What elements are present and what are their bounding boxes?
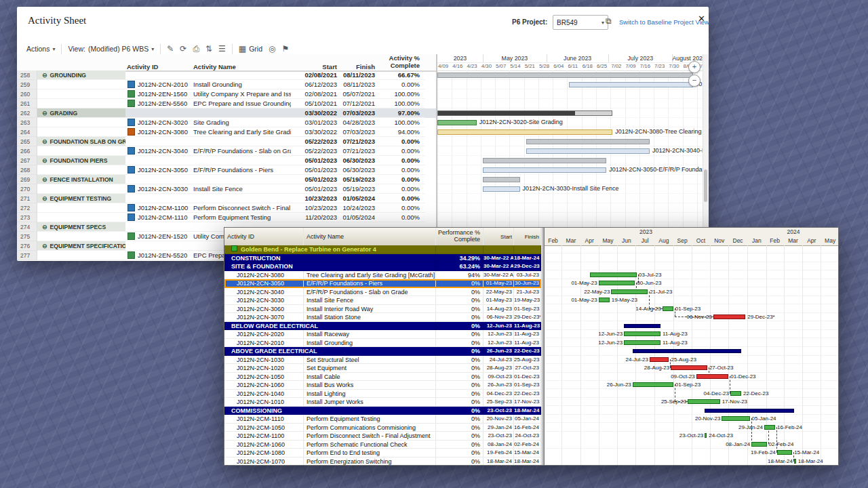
col-activity-id[interactable]: Activity ID [125,63,192,70]
target-icon[interactable]: ◎ [269,44,275,54]
close-icon[interactable]: ✕ [698,14,705,24]
gantt-bar[interactable] [764,425,775,430]
table-row[interactable]: J012N-2CN-1030Set Structural Steel0%24-J… [224,356,541,365]
table-row[interactable]: 262⊖GRADING03/30/202207/03/202397.00% [17,108,436,118]
gantt-bar[interactable] [730,391,741,396]
sort-icon[interactable]: ⇅ [205,44,212,54]
col-finish[interactable]: Finish [514,228,541,245]
zoom-out-button[interactable]: − [688,75,701,87]
table-row[interactable]: J012N-2CN-1010Install Jumper Works0%25-S… [224,398,541,407]
table-row[interactable]: J012N-2CN-3060Install Interior Road Way0… [224,305,541,314]
table-row[interactable]: CONSTRUCTION34.29%30-Mar-22 A18-Mar-24 [224,254,541,263]
gantt-bar[interactable] [437,120,477,125]
gantt-bar[interactable] [483,186,520,192]
gantt-bar[interactable] [633,349,741,353]
collapse-icon[interactable]: ⊖ [42,72,47,79]
gantt-bar[interactable] [713,314,745,319]
grid-view-button[interactable]: ▦ Grid [239,44,262,54]
table-row[interactable]: 270J012N-2CN-3030Install Site Fence05/01… [17,184,436,194]
table-row[interactable]: 261J012N-2EN-5560EPC Prepare and Issue G… [17,99,436,108]
edit-icon[interactable]: ✎ [167,44,174,54]
view-select[interactable]: View: (Modified) P6 WBS ▾ [68,45,154,53]
gantt-bar[interactable] [663,306,673,311]
col-finish[interactable]: Finish [341,63,378,70]
scrollbar-thumb[interactable] [704,169,707,202]
gantt-bar[interactable] [633,382,673,387]
gantt-bar[interactable] [483,167,606,173]
table-row[interactable]: 260J012N-2EN-1560Utility Company X Prepa… [17,89,436,99]
gantt-bar[interactable] [624,340,660,345]
col-activity-name[interactable]: Activity Name [304,228,436,245]
collapse-icon[interactable]: ⊖ [42,176,47,183]
table-row[interactable]: SITE & FOUNDATION63.24%30-Mar-22 A29-Dec… [224,262,541,271]
gantt-bar[interactable] [624,331,660,336]
gantt-bar[interactable] [483,158,606,163]
table-row[interactable]: J012N-2CN-1020Set Equipment0%28-Aug-2327… [224,364,541,373]
table-row[interactable]: Golden Bend - Replace Turbine on Generat… [224,245,541,254]
table-row[interactable]: J012N-2CN-2020Install Raceway0%12-Jun-23… [224,330,541,339]
flag-icon[interactable]: ⚑ [281,44,289,54]
project-select[interactable]: BR549 ▾ [553,15,608,30]
table-row[interactable]: J012N-2CN-3030Install Site Fence0%01-May… [224,296,541,305]
gantt-bar[interactable] [650,357,669,362]
actions-menu-button[interactable]: Actions ▾ [26,45,55,53]
gantt-bar[interactable] [705,409,794,413]
gantt-bar[interactable] [671,365,707,370]
gantt-bar[interactable] [569,82,692,87]
table-row[interactable]: J012N-2CM-1070Perform Energization Switc… [224,458,541,466]
gantt-bar[interactable] [722,416,749,421]
col-start[interactable]: Start [291,63,341,70]
refresh-icon[interactable]: ⟳ [180,44,186,54]
gantt-bar[interactable] [794,459,796,464]
gantt-bar[interactable] [590,272,637,277]
collapse-icon[interactable]: ⊖ [42,243,47,249]
gantt-bar[interactable] [751,442,766,447]
table-row[interactable]: 259J012N-2CN-2010Install Grounding06/12/… [17,80,436,89]
table-row[interactable]: 267⊖FOUNDATION PIERS05/01/202306/30/2023… [17,156,436,165]
table-row[interactable]: J012N-2CM-1100Perform Disconnect Switch … [224,432,541,441]
table-row[interactable]: 273J012N-2CM-1110Perform Equipment Testi… [17,213,436,222]
menu-icon[interactable]: ☰ [218,44,226,54]
zoom-in-button[interactable]: + [688,61,701,73]
table-row[interactable]: 266J012N-2CN-3040E/F/R/P Foundations - S… [17,146,436,156]
table-row[interactable]: 269⊖FENCE INSTALLATION05/01/202305/19/20… [17,175,436,184]
gantt-bar[interactable] [526,148,650,154]
table-row[interactable]: J012N-2CN-3040E/F/R/P Foundations - Slab… [224,288,541,297]
table-row[interactable]: 268J012N-2CN-3050E/F/R/P Foundations - P… [17,165,436,175]
table-row[interactable]: J012N-2CN-1040Install Lighting0%04-Dec-2… [224,390,541,399]
col-activity-name[interactable]: Activity Name [192,63,291,70]
gantt-bar[interactable] [624,324,660,328]
collapse-icon[interactable]: ⊖ [42,138,47,145]
table-row[interactable]: J012N-2CN-3070Install Station Stone0%06-… [224,313,541,322]
table-row[interactable]: 263J012N-2CN-3020Site Grading03/01/20230… [17,118,436,127]
gantt-bar[interactable] [437,110,612,116]
gantt-bar[interactable] [599,281,635,285]
gantt-bar[interactable] [611,289,648,294]
table-row[interactable]: J012N-2CN-3050E/F/R/P Foundations - Pier… [224,279,541,288]
gantt-bar[interactable] [705,433,707,438]
table-row[interactable]: J012N-2CM-1060Perform Schematic Function… [224,441,541,449]
col-performance-percent[interactable]: Performance % Complete [436,228,484,245]
table-row[interactable]: J012N-2CN-2010Install Grounding0%12-Jun-… [224,339,541,348]
table-row[interactable]: 264J012N-2CN-3080Tree Clearing and Early… [17,127,436,137]
gantt-bar[interactable] [437,73,693,78]
gantt-bar[interactable] [688,399,719,404]
gantt-bar[interactable] [696,374,728,379]
switch-baseline-link[interactable]: Switch to Baseline Project View [619,18,709,26]
table-row[interactable]: J012N-2CN-3080Tree Clearing and Early Si… [224,271,541,280]
baseline-compare-icon[interactable]: ⧉ [606,16,612,26]
table-row[interactable]: ABOVE GRADE ELECTRICAL0%26-Jun-2322-Dec-… [224,347,541,356]
collapse-icon[interactable]: ⊖ [42,224,47,230]
table-row[interactable]: J012N-2CM-1050Perform Communications Com… [224,424,541,432]
collapse-icon[interactable]: ⊖ [42,110,47,117]
gantt-bar[interactable] [526,139,650,144]
gantt-bar[interactable] [483,177,520,182]
table-row[interactable]: J012N-2CM-1080Perform End to End testing… [224,449,541,458]
gantt-bar[interactable] [437,129,612,135]
print-icon[interactable]: ⎙ [193,44,199,54]
table-row[interactable]: 272J012N-2CM-1100Perform Disconnect Swit… [17,203,436,213]
table-row[interactable]: J012N-2CN-1060Install Bus Works0%26-Jun-… [224,381,541,390]
table-row[interactable]: COMMISSIONING0%23-Oct-2318-Mar-24 [224,407,541,415]
table-row[interactable]: 258⊖GROUNDING02/08/202108/11/202366.67% [17,70,436,80]
collapse-icon[interactable]: ⊖ [42,157,47,164]
